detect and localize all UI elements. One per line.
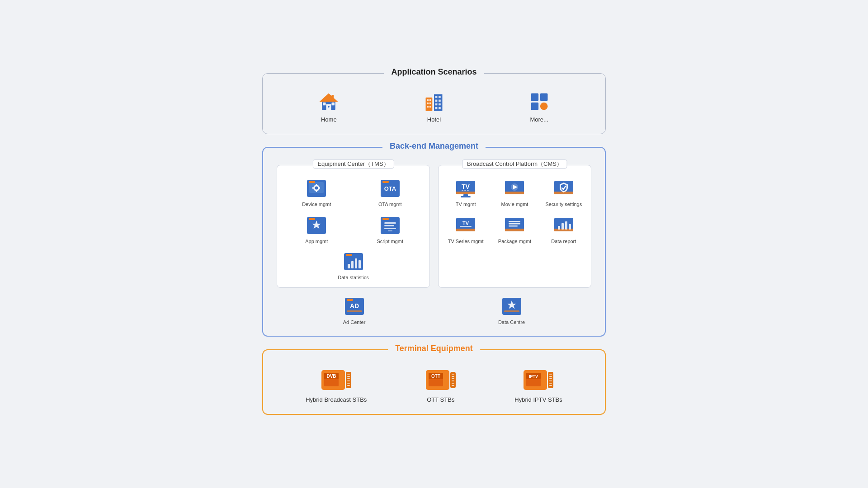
security-settings-item[interactable]: Security settings [541, 178, 586, 207]
svg-text:OTA: OTA [384, 185, 396, 192]
svg-rect-88 [504, 310, 519, 312]
data-centre-icon [501, 296, 522, 317]
svg-rect-85 [347, 310, 362, 312]
svg-rect-22 [439, 107, 441, 109]
tv-mgmt-item[interactable]: TV TV mgmt [443, 178, 488, 207]
scenario-hotel[interactable]: Hotel [423, 91, 445, 123]
svg-rect-15 [435, 96, 438, 98]
svg-rect-53 [359, 260, 361, 268]
equipment-center-title: Equipment Center（TMS） [312, 160, 394, 169]
tv-series-mgmt-item[interactable]: TV TV Series mgmt [443, 215, 488, 244]
dvb-icon: DVB [321, 367, 352, 393]
svg-rect-32 [316, 184, 317, 186]
terminal-ott-item[interactable]: OTT OTT STBs [425, 367, 457, 403]
broadcast-icons-grid: TV TV mgmt [443, 178, 586, 244]
broadcast-control-box: Broadcast Control Platform（CMS） TV [438, 165, 591, 288]
svg-point-6 [328, 106, 330, 108]
svg-rect-60 [464, 190, 466, 191]
svg-rect-29 [309, 181, 315, 183]
terminal-dvb-item[interactable]: DVB Hybrid Broadcast STBs [306, 367, 367, 403]
equipment-icons-grid: Device mgmt OTA OTA mgmt [282, 178, 425, 244]
svg-rect-117 [549, 374, 552, 375]
equipment-center-box: Equipment Center（TMS） [277, 165, 430, 288]
svg-rect-44 [384, 222, 396, 224]
terminal-title: Terminal Equipment [388, 344, 480, 353]
svg-rect-9 [429, 99, 431, 101]
data-report-item[interactable]: Data report [541, 215, 586, 244]
svg-rect-82 [569, 224, 571, 230]
svg-rect-110 [452, 383, 454, 384]
scenarios-grid: Home [276, 86, 592, 123]
app-mgmt-label: App mgmt [305, 239, 328, 244]
ad-center-icon: AD [344, 296, 365, 317]
svg-rect-40 [309, 218, 315, 220]
svg-rect-33 [316, 190, 317, 192]
svg-rect-97 [347, 378, 350, 379]
svg-rect-55 [463, 194, 468, 196]
svg-rect-111 [452, 385, 454, 386]
svg-rect-76 [509, 225, 518, 227]
svg-marker-1 [320, 94, 338, 102]
backend-title: Back-end Management [382, 141, 486, 151]
svg-text:TV: TV [462, 183, 470, 190]
app-mgmt-icon [306, 215, 327, 236]
broadcast-title: Broadcast Control Platform（CMS） [462, 160, 567, 169]
backend-section: Back-end Management Equipment Center（TMS… [262, 147, 606, 337]
svg-rect-25 [531, 103, 538, 110]
svg-rect-69 [456, 229, 475, 231]
movie-mgmt-icon [504, 178, 525, 199]
svg-rect-45 [384, 225, 394, 226]
ota-mgmt-item[interactable]: OTA OTA mgmt [355, 178, 425, 207]
svg-rect-16 [439, 96, 441, 98]
svg-rect-109 [452, 380, 454, 381]
movie-mgmt-item[interactable]: Movie mgmt [492, 178, 537, 207]
svg-rect-46 [384, 228, 396, 229]
svg-rect-23 [531, 94, 538, 101]
svg-rect-122 [549, 385, 552, 386]
svg-rect-63 [505, 192, 524, 194]
device-mgmt-item[interactable]: Device mgmt [282, 178, 352, 207]
svg-rect-12 [427, 106, 429, 108]
svg-rect-8 [427, 99, 429, 101]
svg-rect-5 [332, 95, 334, 99]
svg-text:AD: AD [349, 302, 359, 310]
svg-rect-14 [434, 94, 442, 111]
svg-rect-61 [467, 190, 469, 191]
movie-mgmt-label: Movie mgmt [501, 202, 528, 207]
svg-rect-17 [435, 99, 438, 102]
scenario-more[interactable]: More... [528, 91, 550, 123]
device-mgmt-icon [306, 178, 327, 199]
ad-center-label: Ad Center [343, 319, 366, 325]
app-mgmt-item[interactable]: App mgmt [282, 215, 352, 244]
svg-rect-100 [347, 385, 350, 386]
home-icon [318, 91, 340, 113]
svg-rect-98 [347, 380, 350, 381]
svg-rect-50 [348, 264, 350, 268]
svg-rect-107 [452, 376, 454, 377]
svg-rect-19 [435, 103, 438, 106]
backend-bottom-row: AD Ad Center Data Centre [277, 296, 591, 325]
svg-rect-96 [347, 376, 350, 377]
svg-rect-7 [426, 98, 433, 111]
scenario-home[interactable]: Home [318, 91, 340, 123]
tv-series-mgmt-label: TV Series mgmt [448, 239, 484, 244]
svg-rect-52 [355, 258, 357, 268]
terminal-iptv-item[interactable]: IPTV Hybrid IPTV STBs [514, 367, 562, 403]
data-centre-item[interactable]: Data Centre [498, 296, 525, 325]
data-statistics-item[interactable]: Data statistics [338, 251, 368, 280]
svg-rect-3 [323, 103, 326, 105]
script-mgmt-item[interactable]: Script mgmt [355, 215, 425, 244]
data-statistics-icon [343, 251, 364, 272]
ad-center-item[interactable]: AD Ad Center [343, 296, 366, 325]
data-statistics-label: Data statistics [338, 275, 368, 280]
svg-text:DVB: DVB [326, 374, 336, 379]
svg-text:IPTV: IPTV [529, 374, 538, 379]
svg-rect-99 [347, 383, 350, 384]
svg-text:TV: TV [462, 221, 469, 226]
ott-icon: OTT [425, 367, 457, 393]
svg-rect-10 [427, 103, 429, 104]
tv-mgmt-icon: TV [455, 178, 476, 199]
svg-rect-11 [429, 103, 431, 104]
svg-rect-81 [565, 221, 567, 230]
package-mgmt-item[interactable]: Package mgmt [492, 215, 537, 244]
